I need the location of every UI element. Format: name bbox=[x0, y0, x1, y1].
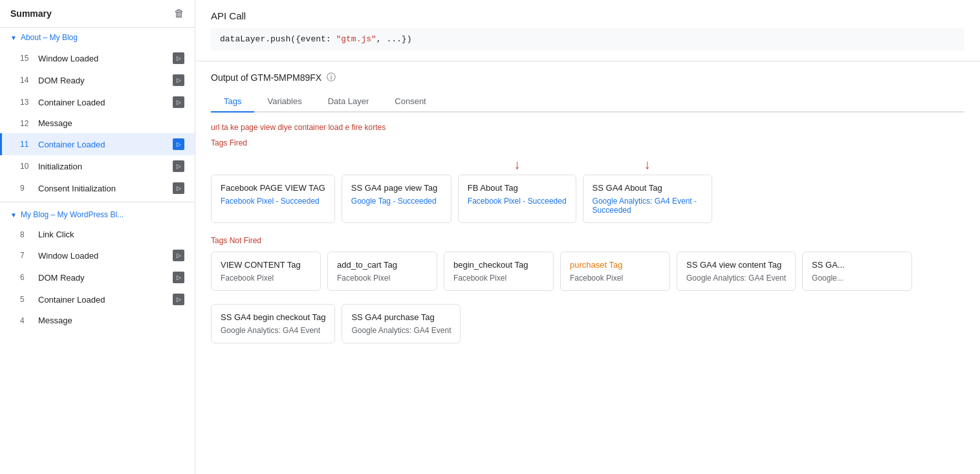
main-content: API Call dataLayer.push({event: "gtm.js"… bbox=[195, 0, 980, 474]
tag-name-ss-ga4-view-content: SS GA4 view content Tag bbox=[686, 260, 786, 270]
tabs-container: Tags Variables Data Layer Consent bbox=[211, 91, 964, 113]
container-icon: ▷ bbox=[173, 272, 184, 283]
tag-card-fb-page-view[interactable]: Facebook PAGE VIEW TAG Facebook Pixel - … bbox=[211, 175, 335, 223]
tab-consent[interactable]: Consent bbox=[382, 91, 439, 113]
tab-data-layer[interactable]: Data Layer bbox=[315, 91, 382, 113]
code-suffix: , ...}) bbox=[376, 34, 412, 44]
sidebar-divider bbox=[0, 202, 195, 202]
gtm-header: Output of GTM-5MPM89FX ⓘ bbox=[211, 72, 964, 83]
tag-name-add-to-cart: add_to_cart Tag bbox=[337, 260, 428, 270]
sidebar-group-about: ▼ About – My Blog 15 Window Loaded ▷ 14 … bbox=[0, 28, 195, 199]
tag-name-ss-ga-truncated: SS GA... bbox=[812, 260, 902, 270]
sidebar-item-4-message[interactable]: 4 Message bbox=[0, 310, 195, 330]
api-call-section: API Call dataLayer.push({event: "gtm.js"… bbox=[195, 0, 980, 61]
tag-sub-ss-ga4-begin-checkout: Google Analytics: GA4 Event bbox=[221, 326, 325, 335]
tag-card-ss-ga-truncated[interactable]: SS GA... Google... bbox=[802, 252, 912, 291]
tag-sub-begin-checkout: Facebook Pixel bbox=[453, 274, 544, 283]
tag-sub-ss-ga-truncated: Google... bbox=[812, 274, 902, 283]
sidebar-title: Summary bbox=[10, 8, 52, 19]
tag-sub-ss-ga4-view-content: Google Analytics: GA4 Event bbox=[686, 274, 786, 283]
tag-card-add-to-cart[interactable]: add_to_cart Tag Facebook Pixel bbox=[327, 252, 437, 291]
tag-name-fb-page-view: Facebook PAGE VIEW TAG bbox=[221, 183, 325, 193]
sidebar-header: Summary 🗑 bbox=[0, 0, 195, 28]
tab-tags[interactable]: Tags bbox=[211, 91, 254, 113]
sidebar-item-5-container-loaded[interactable]: 5 Container Loaded ▷ bbox=[0, 288, 195, 310]
sidebar-group-about-label: About – My Blog bbox=[21, 33, 78, 42]
tags-fired-grid: Facebook PAGE VIEW TAG Facebook Pixel - … bbox=[211, 154, 964, 223]
collapse-arrow-icon-2: ▼ bbox=[10, 211, 17, 219]
red-arrow-fb-about-icon: ↓ bbox=[514, 157, 520, 172]
tag-sub-purchaset: Facebook Pixel bbox=[570, 274, 660, 283]
sidebar-group-myblog-header[interactable]: ▼ My Blog – My WordPress Bl... bbox=[0, 205, 195, 224]
sidebar: Summary 🗑 ▼ About – My Blog 15 Window Lo… bbox=[0, 0, 195, 474]
tag-card-ss-ga4-purchase[interactable]: SS GA4 purchase Tag Google Analytics: GA… bbox=[342, 304, 461, 343]
red-arrow-ss-ga4-about-icon: ↓ bbox=[644, 157, 651, 172]
tags-fired-title: Tags Fired bbox=[211, 138, 964, 147]
code-value: "gtm.js" bbox=[336, 34, 376, 44]
api-call-title: API Call bbox=[211, 10, 964, 21]
tag-name-begin-checkout: begin_checkout Tag bbox=[453, 260, 544, 270]
tag-card-ss-ga4-about[interactable]: ↓ SS GA4 About Tag Google Analytics: GA4… bbox=[583, 175, 712, 223]
tag-name-ss-ga4-page-view: SS GA4 page view Tag bbox=[351, 183, 442, 193]
sidebar-item-14-dom-ready[interactable]: 14 DOM Ready ▷ bbox=[0, 69, 195, 91]
sidebar-item-6-dom-ready[interactable]: 6 DOM Ready ▷ bbox=[0, 266, 195, 288]
tag-card-purchaset[interactable]: purchaset Tag Facebook Pixel bbox=[560, 252, 670, 291]
tab-variables[interactable]: Variables bbox=[254, 91, 314, 113]
tag-sub-ss-ga4-purchase: Google Analytics: GA4 Event bbox=[351, 326, 451, 335]
help-icon[interactable]: ⓘ bbox=[327, 72, 336, 83]
sidebar-group-myblog-label: My Blog – My WordPress Bl... bbox=[21, 210, 124, 219]
sidebar-item-10-initialization[interactable]: 10 Initialization ▷ bbox=[0, 155, 195, 177]
container-icon: ▷ bbox=[173, 182, 184, 194]
annotation-text: url ta ke page view diye container load … bbox=[211, 123, 964, 132]
sidebar-item-13-container-loaded[interactable]: 13 Container Loaded ▷ bbox=[0, 91, 195, 113]
sidebar-item-12-message[interactable]: 12 Message bbox=[0, 113, 195, 133]
tags-not-fired-grid-2: SS GA4 begin checkout Tag Google Analyti… bbox=[211, 304, 964, 343]
tag-name-purchaset: purchaset Tag bbox=[570, 260, 660, 270]
container-icon: ▷ bbox=[173, 250, 184, 261]
tag-name-ss-ga4-purchase: SS GA4 purchase Tag bbox=[351, 312, 451, 322]
tag-sub-ss-ga4-about: Google Analytics: GA4 Event - Succeeded bbox=[593, 197, 702, 215]
gtm-output-section: Output of GTM-5MPM89FX ⓘ Tags Variables … bbox=[195, 61, 980, 474]
sidebar-group-about-header[interactable]: ▼ About – My Blog bbox=[0, 28, 195, 47]
container-icon: ▷ bbox=[173, 52, 184, 64]
tag-sub-fb-page-view: Facebook Pixel - Succeeded bbox=[221, 197, 325, 206]
tag-sub-view-content: Facebook Pixel bbox=[221, 274, 311, 283]
container-icon: ▷ bbox=[173, 96, 184, 108]
container-icon: ▷ bbox=[173, 294, 184, 305]
sidebar-group-myblog: ▼ My Blog – My WordPress Bl... 8 Link Cl… bbox=[0, 205, 195, 330]
container-icon: ▷ bbox=[173, 160, 184, 172]
tags-not-fired-grid: VIEW CONTENT Tag Facebook Pixel add_to_c… bbox=[211, 252, 964, 291]
tag-card-ss-ga4-page-view[interactable]: SS GA4 page view Tag Google Tag - Succee… bbox=[342, 175, 452, 223]
code-prefix: dataLayer.push({event: bbox=[220, 34, 336, 44]
tag-name-ss-ga4-begin-checkout: SS GA4 begin checkout Tag bbox=[221, 312, 325, 322]
tag-card-ss-ga4-view-content[interactable]: SS GA4 view content Tag Google Analytics… bbox=[677, 252, 796, 291]
tag-name-view-content: VIEW CONTENT Tag bbox=[221, 260, 311, 270]
tag-card-fb-about[interactable]: ↓ FB About Tag Facebook Pixel - Succeede… bbox=[458, 175, 576, 223]
tag-card-view-content[interactable]: VIEW CONTENT Tag Facebook Pixel bbox=[211, 252, 321, 291]
collapse-arrow-icon: ▼ bbox=[10, 34, 17, 41]
tag-sub-fb-about: Facebook Pixel - Succeeded bbox=[468, 197, 567, 206]
container-icon: ▷ bbox=[173, 74, 184, 86]
container-icon-active: ▷ bbox=[173, 138, 184, 150]
api-call-code: dataLayer.push({event: "gtm.js", ...}) bbox=[211, 28, 964, 50]
sidebar-item-7-window-loaded[interactable]: 7 Window Loaded ▷ bbox=[0, 244, 195, 266]
tags-not-fired-title: Tags Not Fired bbox=[211, 236, 964, 245]
tag-sub-add-to-cart: Facebook Pixel bbox=[337, 274, 428, 283]
sidebar-item-15-window-loaded[interactable]: 15 Window Loaded ▷ bbox=[0, 47, 195, 69]
tag-card-ss-ga4-begin-checkout[interactable]: SS GA4 begin checkout Tag Google Analyti… bbox=[211, 304, 335, 343]
tag-card-begin-checkout[interactable]: begin_checkout Tag Facebook Pixel bbox=[444, 252, 554, 291]
sidebar-item-8-link-click[interactable]: 8 Link Click bbox=[0, 224, 195, 244]
sidebar-item-11-container-loaded[interactable]: 11 Container Loaded ▷ bbox=[0, 133, 195, 155]
delete-icon[interactable]: 🗑 bbox=[174, 8, 184, 19]
tag-name-fb-about: FB About Tag bbox=[468, 183, 567, 193]
sidebar-item-9-consent-init[interactable]: 9 Consent Initialization ▷ bbox=[0, 177, 195, 199]
tag-name-ss-ga4-about: SS GA4 About Tag bbox=[593, 183, 702, 193]
tag-sub-ss-ga4-page-view: Google Tag - Succeeded bbox=[351, 197, 442, 206]
gtm-title: Output of GTM-5MPM89FX bbox=[211, 72, 321, 83]
